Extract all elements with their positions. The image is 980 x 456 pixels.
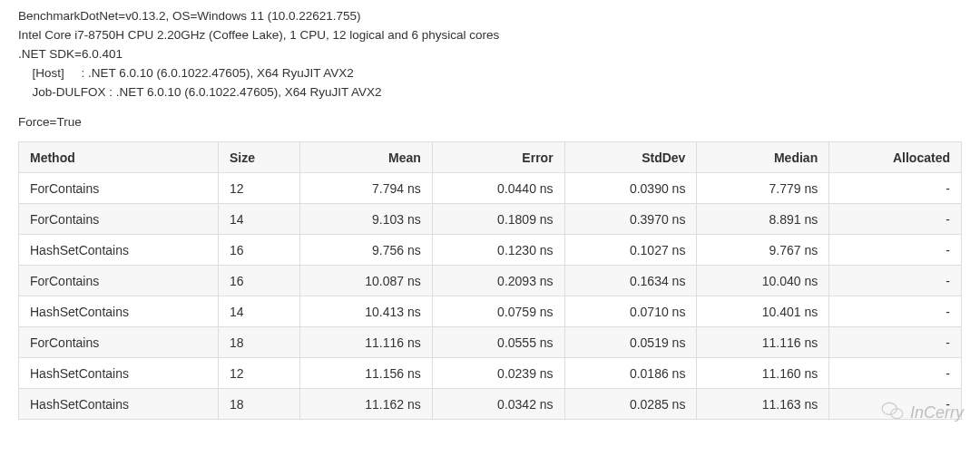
cell-median: 11.116 ns [697,326,829,357]
cell-mean: 7.794 ns [300,172,433,203]
cell-median: 8.891 ns [697,203,829,234]
env-line-host: [Host] : .NET 6.0.10 (6.0.1022.47605), X… [18,64,962,83]
cell-median: 9.767 ns [697,234,829,265]
cell-mean: 11.156 ns [300,357,433,388]
col-header-method: Method [19,141,219,172]
col-header-median: Median [697,141,829,172]
cell-stddev: 0.0390 ns [564,172,697,203]
table-row: HashSetContains 18 11.162 ns 0.0342 ns 0… [19,388,962,419]
env-line-job: Job-DULFOX : .NET 6.0.10 (6.0.1022.47605… [18,83,962,102]
table-header-row: Method Size Mean Error StdDev Median All… [19,141,962,172]
cell-error: 0.0239 ns [432,357,564,388]
cell-method: HashSetContains [19,388,219,419]
table-row: ForContains 12 7.794 ns 0.0440 ns 0.0390… [19,172,962,203]
cell-mean: 11.162 ns [300,388,433,419]
cell-size: 14 [219,203,300,234]
cell-median: 7.779 ns [697,172,829,203]
cell-stddev: 0.3970 ns [564,203,697,234]
cell-median: 10.040 ns [697,265,829,296]
cell-size: 16 [219,265,300,296]
env-line-sdk: .NET SDK=6.0.401 [18,45,962,64]
cell-allocated: - [829,203,962,234]
cell-size: 14 [219,296,300,326]
cell-allocated: - [829,172,962,203]
cell-mean: 11.116 ns [300,326,433,357]
cell-size: 12 [219,172,300,203]
cell-allocated: - [829,388,962,419]
cell-median: 11.160 ns [697,357,829,388]
table-row: ForContains 16 10.087 ns 0.2093 ns 0.163… [19,265,962,296]
cell-method: HashSetContains [19,234,219,265]
cell-size: 12 [219,357,300,388]
cell-error: 0.1230 ns [432,234,564,265]
cell-size: 18 [219,326,300,357]
cell-stddev: 0.0519 ns [564,326,697,357]
table-row: HashSetContains 12 11.156 ns 0.0239 ns 0… [19,357,962,388]
table-row: ForContains 18 11.116 ns 0.0555 ns 0.051… [19,326,962,357]
cell-error: 0.0759 ns [432,296,564,326]
table-row: ForContains 14 9.103 ns 0.1809 ns 0.3970… [19,203,962,234]
cell-size: 18 [219,388,300,419]
benchmark-tbody: ForContains 12 7.794 ns 0.0440 ns 0.0390… [19,172,962,419]
cell-mean: 9.103 ns [300,203,433,234]
environment-info: BenchmarkDotNet=v0.13.2, OS=Windows 11 (… [18,7,962,102]
cell-allocated: - [829,234,962,265]
cell-error: 0.1809 ns [432,203,564,234]
col-header-mean: Mean [300,141,433,172]
cell-median: 10.401 ns [697,296,829,326]
cell-median: 11.163 ns [697,388,829,419]
force-param: Force=True [18,115,962,129]
cell-method: ForContains [19,265,219,296]
col-header-size: Size [219,141,300,172]
cell-allocated: - [829,357,962,388]
cell-error: 0.0440 ns [432,172,564,203]
cell-stddev: 0.0285 ns [564,388,697,419]
env-line-benchmarkdotnet: BenchmarkDotNet=v0.13.2, OS=Windows 11 (… [18,7,962,26]
cell-mean: 10.413 ns [300,296,433,326]
col-header-stddev: StdDev [564,141,697,172]
cell-error: 0.0342 ns [432,388,564,419]
cell-method: HashSetContains [19,357,219,388]
cell-stddev: 0.1634 ns [564,265,697,296]
cell-mean: 9.756 ns [300,234,433,265]
cell-method: HashSetContains [19,296,219,326]
cell-stddev: 0.0186 ns [564,357,697,388]
cell-error: 0.2093 ns [432,265,564,296]
col-header-allocated: Allocated [829,141,962,172]
cell-mean: 10.087 ns [300,265,433,296]
cell-method: ForContains [19,172,219,203]
col-header-error: Error [432,141,564,172]
table-row: HashSetContains 14 10.413 ns 0.0759 ns 0… [19,296,962,326]
benchmark-table: Method Size Mean Error StdDev Median All… [18,141,962,420]
cell-stddev: 0.1027 ns [564,234,697,265]
table-row: HashSetContains 16 9.756 ns 0.1230 ns 0.… [19,234,962,265]
cell-error: 0.0555 ns [432,326,564,357]
cell-method: ForContains [19,326,219,357]
cell-method: ForContains [19,203,219,234]
cell-size: 16 [219,234,300,265]
cell-stddev: 0.0710 ns [564,296,697,326]
cell-allocated: - [829,326,962,357]
env-line-cpu: Intel Core i7-8750H CPU 2.20GHz (Coffee … [18,26,962,45]
cell-allocated: - [829,296,962,326]
cell-allocated: - [829,265,962,296]
